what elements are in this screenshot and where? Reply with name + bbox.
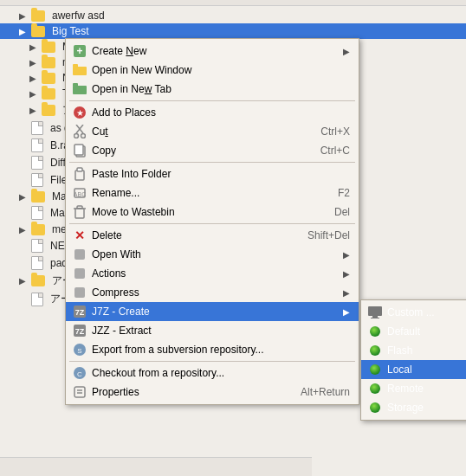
svg-rect-5 bbox=[73, 83, 78, 87]
paste-icon bbox=[71, 167, 88, 181]
green-circle bbox=[366, 325, 384, 338]
green-circle bbox=[366, 344, 384, 357]
menu-item-copy[interactable]: CopyCtrl+C bbox=[66, 141, 359, 160]
expand-arrow[interactable]: ▶ bbox=[29, 58, 38, 68]
submenu-item-storage[interactable]: Storage bbox=[361, 398, 466, 417]
svg-text:ABC: ABC bbox=[74, 191, 86, 197]
menu-item-label: Move to Wastebin bbox=[92, 206, 317, 218]
expand-arrow[interactable]: ▶ bbox=[19, 276, 28, 286]
file-list-item[interactable]: ▶Big Test bbox=[0, 23, 466, 39]
svg-point-10 bbox=[74, 134, 79, 138]
expand-arrow[interactable]: ▶ bbox=[29, 106, 38, 115]
menu-item-label: J7Z - Create bbox=[92, 306, 340, 318]
svg-rect-27 bbox=[368, 306, 382, 316]
submenu-item-label: Remote bbox=[387, 383, 466, 395]
menu-item-export-svn[interactable]: SExport from a subversion repository... bbox=[66, 340, 359, 359]
submenu-item-label: Default bbox=[387, 325, 466, 338]
file-icon bbox=[31, 256, 43, 270]
menu-item-open-with[interactable]: Open With▶ bbox=[66, 245, 359, 264]
menu-item-j7z-extract[interactable]: 7ZJZZ - Extract bbox=[66, 321, 359, 340]
submenu-item-label: Flash bbox=[387, 344, 466, 357]
menu-item-paste-into-folder[interactable]: Paste Into Folder bbox=[66, 164, 359, 183]
svg-rect-20 bbox=[77, 206, 82, 209]
svg-rect-22 bbox=[74, 249, 85, 260]
green-circle bbox=[366, 363, 384, 376]
compress-icon bbox=[71, 286, 88, 299]
expand-arrow[interactable]: ▶ bbox=[19, 27, 28, 36]
menu-item-move-to-wastebin[interactable]: Move to WastebinDel bbox=[66, 203, 359, 222]
file-name-label: Big Test bbox=[52, 25, 88, 37]
folder-icon bbox=[42, 105, 55, 116]
menu-item-shortcut: Del bbox=[334, 206, 350, 218]
expand-arrow[interactable]: ▶ bbox=[29, 89, 38, 99]
submenu-item-flash[interactable]: Flash bbox=[361, 341, 466, 360]
expand-arrow[interactable]: ▶ bbox=[29, 42, 38, 52]
svg-rect-29 bbox=[371, 318, 379, 318]
menu-item-label: Add to Places bbox=[92, 106, 350, 119]
submenu-arrow-icon: ▶ bbox=[343, 47, 350, 56]
expand-arrow[interactable]: ▶ bbox=[19, 11, 28, 21]
places-icon: ★ bbox=[71, 106, 88, 119]
submenu-item-remote[interactable]: Remote bbox=[361, 379, 466, 398]
column-header bbox=[0, 0, 466, 6]
menu-item-label: JZZ - Extract bbox=[92, 325, 350, 337]
expand-arrow[interactable]: ▶ bbox=[19, 225, 28, 235]
folder-icon bbox=[31, 275, 45, 286]
menu-item-open-new-tab[interactable]: Open in New Tab bbox=[66, 80, 359, 99]
menu-item-create-new[interactable]: +Create New▶ bbox=[66, 42, 359, 61]
menu-item-cut[interactable]: CutCtrl+X bbox=[66, 122, 359, 141]
props-icon bbox=[71, 385, 88, 399]
submenu-item-local[interactable]: Local bbox=[361, 360, 466, 379]
create-icon: + bbox=[71, 44, 88, 58]
green-circle bbox=[366, 382, 384, 396]
svg-text:✕: ✕ bbox=[74, 228, 85, 242]
svg-text:★: ★ bbox=[76, 108, 84, 118]
folder-icon bbox=[31, 224, 45, 235]
menu-item-label: Open in New Tab bbox=[92, 83, 350, 95]
file-icon bbox=[31, 206, 43, 220]
expand-arrow[interactable]: ▶ bbox=[19, 192, 28, 202]
folder-icon bbox=[31, 10, 45, 22]
menu-item-open-new-window[interactable]: Open in New Window bbox=[66, 61, 359, 80]
file-list-item[interactable]: ▶awerfw asd bbox=[0, 8, 466, 23]
menu-item-compress[interactable]: Compress▶ bbox=[66, 283, 359, 302]
svg-text:+: + bbox=[76, 45, 82, 57]
svn-icon: S bbox=[71, 343, 88, 357]
menu-item-actions[interactable]: Actions▶ bbox=[66, 264, 359, 283]
menu-item-label: Compress bbox=[92, 286, 340, 299]
svg-point-32 bbox=[370, 364, 380, 375]
menu-item-delete[interactable]: ✕DeleteShift+Del bbox=[66, 226, 359, 245]
submenu-arrow-icon: ▶ bbox=[343, 288, 350, 298]
svg-rect-23 bbox=[74, 268, 85, 279]
svg-point-30 bbox=[370, 326, 380, 337]
expand-arrow[interactable]: ▶ bbox=[29, 74, 38, 83]
file-icon bbox=[31, 121, 43, 135]
submenu-item-label: Local bbox=[387, 363, 466, 376]
j7z-submenu: Custom ...DefaultFlashLocalRemoteStorage bbox=[360, 299, 466, 421]
menu-item-label: Checkout from a repository... bbox=[92, 367, 350, 379]
menu-item-rename[interactable]: ABCRename...F2 bbox=[66, 183, 359, 203]
menu-item-checkout[interactable]: CCheckout from a repository... bbox=[66, 363, 359, 383]
menu-item-shortcut: Shift+Del bbox=[307, 229, 350, 241]
svg-rect-2 bbox=[73, 67, 87, 75]
submenu-item-label: Storage bbox=[387, 402, 466, 414]
svg-rect-28 bbox=[372, 316, 378, 318]
menu-item-j7z-create[interactable]: 7ZJ7Z - Create▶Custom ...DefaultFlashLoc… bbox=[66, 302, 359, 321]
folder-icon bbox=[31, 191, 45, 203]
tab-icon bbox=[71, 82, 88, 96]
menu-item-properties[interactable]: PropertiesAlt+Return bbox=[66, 383, 359, 402]
arrow-icon bbox=[71, 248, 88, 261]
submenu-item-custom[interactable]: Custom ... bbox=[361, 303, 466, 322]
menu-separator bbox=[69, 361, 355, 362]
menu-item-label: Export from a subversion repository... bbox=[92, 344, 350, 356]
menu-item-add-to-places[interactable]: ★Add to Places bbox=[66, 103, 359, 122]
context-menu: +Create New▶Open in New WindowOpen in Ne… bbox=[65, 38, 359, 405]
file-icon bbox=[31, 156, 43, 170]
folder-icon bbox=[42, 73, 55, 84]
svg-rect-18 bbox=[75, 209, 84, 218]
submenu-arrow-icon: ▶ bbox=[343, 307, 350, 317]
submenu-item-default[interactable]: Default bbox=[361, 322, 466, 341]
svg-text:7Z: 7Z bbox=[75, 327, 85, 336]
svg-text:7Z: 7Z bbox=[75, 308, 85, 317]
svg-rect-13 bbox=[74, 145, 83, 155]
